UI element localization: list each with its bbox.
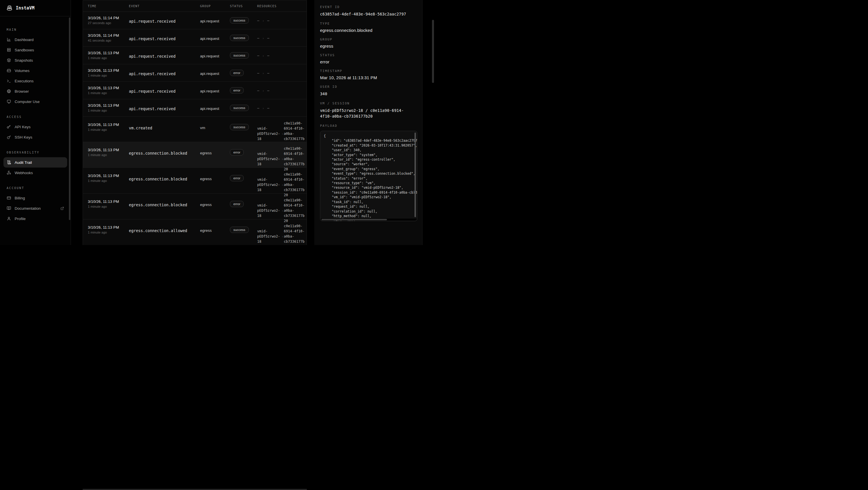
sidebar-item-api-keys[interactable]: API Keys	[3, 122, 67, 132]
chevron-right-icon: ›	[262, 54, 264, 57]
table-row[interactable]: 3/10/26, 11:13 PM1 minute agoegress.conn…	[83, 168, 307, 194]
sidebar-item-label: Executions	[14, 79, 34, 83]
sidebar-item-dashboard[interactable]: Dashboard	[3, 34, 67, 45]
group-cell: api.request	[200, 106, 219, 111]
sidebar-item-sandboxes[interactable]: Sandboxes	[3, 45, 67, 55]
resources-cell: –›–	[257, 36, 306, 40]
relative-time: 1 minute ago	[88, 128, 119, 131]
status-cell: error	[230, 175, 244, 181]
time-cell: 3/10/26, 11:13 PM1 minute ago	[88, 103, 119, 112]
table-row[interactable]: 3/10/26, 11:14 PM41 seconds agoapi.reque…	[83, 29, 307, 47]
group-cell: vm	[200, 126, 205, 130]
sidebar-scrollbar[interactable]	[69, 18, 70, 220]
resource-vm-id[interactable]: vmid-pEDf5zrwo2-18	[257, 126, 281, 141]
table-row[interactable]: 3/10/26, 11:13 PM1 minute agoegress.conn…	[83, 194, 307, 220]
column-header-time: TIME	[88, 4, 96, 8]
chevron-right-icon: ›	[281, 132, 284, 135]
sidebar-item-label: Snapshots	[14, 58, 33, 63]
time-cell: 3/10/26, 11:14 PM27 seconds ago	[88, 16, 119, 25]
empty-dash: –	[267, 53, 269, 58]
nav-section-observability: OBSERVABILITYAudit TrailWebhooks	[3, 151, 67, 178]
group-cell: egress	[200, 228, 212, 233]
sidebar-item-label: Volumes	[14, 69, 30, 73]
table-body: 3/10/26, 11:14 PM27 seconds agoapi.reque…	[83, 12, 307, 245]
relative-time: 1 minute ago	[88, 109, 119, 112]
server-icon	[7, 47, 11, 52]
sidebar-item-label: Browser	[14, 89, 29, 94]
resource-vm-id[interactable]: vmid-pEDf5zrwo2-18	[257, 177, 281, 193]
key-icon	[7, 125, 11, 129]
payload-horizontal-scrollbar[interactable]	[321, 219, 387, 220]
sidebar-item-profile[interactable]: Profile	[3, 214, 67, 224]
table-row[interactable]: 3/10/26, 11:13 PM1 minute agoapi.request…	[83, 47, 307, 64]
status-badge: error	[230, 149, 244, 156]
field-label: GROUP	[320, 38, 418, 41]
event-timestamp: 3/10/26, 11:13 PM	[88, 68, 119, 73]
status-badge: success	[230, 105, 249, 111]
table-row[interactable]: 3/10/26, 11:13 PM1 minute agoegress.conn…	[83, 142, 307, 168]
resource-session-id[interactable]: c0e11a90-6914-4f10-a0ba-cb7336177b20	[284, 224, 306, 245]
empty-dash: –	[267, 71, 269, 75]
sidebar-item-computer-use[interactable]: Computer Use	[3, 96, 67, 107]
relative-time: 1 minute ago	[88, 56, 119, 60]
resource-vm-id[interactable]: vmid-pEDf5zrwo2-18	[257, 229, 281, 244]
table-row[interactable]: 3/10/26, 11:14 PM27 seconds agoapi.reque…	[83, 12, 307, 29]
table-row[interactable]: 3/10/26, 11:13 PM1 minute agoegress.conn…	[83, 220, 307, 245]
event-type-cell: api.request.received	[129, 106, 176, 111]
group-cell: egress	[200, 202, 212, 207]
sidebar-item-ssh-keys[interactable]: SSH Keys	[3, 132, 67, 142]
status-badge: success	[230, 17, 249, 24]
status-cell: error	[230, 70, 244, 76]
sidebar-item-label: Billing	[14, 196, 25, 200]
column-header-resources: RESOURCES	[257, 4, 277, 8]
field-value: vmid-pEDf5zrwo2-18 / c0e11a90-6914-4f10-…	[320, 107, 413, 119]
detail-field-status: STATUSerror	[320, 53, 418, 64]
event-type-cell: api.request.received	[129, 19, 176, 24]
table-row[interactable]: 3/10/26, 11:13 PM1 minute agoapi.request…	[83, 99, 307, 117]
window-scrollbar[interactable]	[432, 20, 434, 83]
resources-cell: –›–	[257, 106, 306, 110]
time-cell: 3/10/26, 11:13 PM1 minute ago	[88, 86, 119, 95]
sidebar-item-volumes[interactable]: Volumes	[3, 65, 67, 76]
sidebar-item-documentation[interactable]: Documentation	[3, 203, 67, 214]
payload-vertical-scrollbar[interactable]	[414, 133, 416, 217]
sidebar-item-billing[interactable]: Billing	[3, 193, 67, 203]
event-type-cell: api.request.received	[129, 54, 176, 59]
status-cell: success	[230, 35, 249, 41]
chevron-right-icon: ›	[262, 36, 264, 40]
empty-dash: –	[257, 106, 259, 110]
empty-dash: –	[267, 88, 269, 93]
event-timestamp: 3/10/26, 11:13 PM	[88, 225, 119, 229]
group-cell: api.request	[200, 36, 219, 41]
sidebar-item-label: Dashboard	[14, 38, 34, 42]
resource-vm-id[interactable]: vmid-pEDf5zrwo2-18	[257, 151, 281, 167]
event-type-cell: api.request.received	[129, 89, 176, 94]
sidebar: InstaVM MAINDashboardSandboxesSnapshotsV…	[0, 0, 71, 245]
status-cell: success	[230, 105, 249, 111]
event-type-cell: egress.connection.blocked	[129, 151, 187, 156]
table-row[interactable]: 3/10/26, 11:13 PM1 minute agoapi.request…	[83, 64, 307, 82]
detail-field-vm-session: VM / SESSIONvmid-pEDf5zrwo2-18 / c0e11a9…	[320, 102, 418, 119]
terminal-icon	[7, 78, 11, 83]
field-value: error	[320, 59, 418, 64]
sidebar-item-executions[interactable]: Executions	[3, 76, 67, 86]
field-label: STATUS	[320, 53, 418, 57]
status-cell: success	[230, 227, 249, 233]
resource-vm-id[interactable]: vmid-pEDf5zrwo2-18	[257, 203, 281, 218]
logo[interactable]: InstaVM	[0, 0, 71, 17]
sidebar-item-webhooks[interactable]: Webhooks	[3, 167, 67, 178]
window-scrollbar-gutter	[422, 0, 434, 245]
app-name: InstaVM	[16, 5, 34, 11]
empty-dash: –	[267, 36, 269, 40]
status-badge: success	[230, 124, 249, 130]
table-row[interactable]: 3/10/26, 11:13 PM1 minute agoapi.request…	[83, 82, 307, 99]
event-type-cell: egress.connection.blocked	[129, 202, 187, 207]
sidebar-item-snapshots[interactable]: Snapshots	[3, 55, 67, 65]
table-row[interactable]: 3/10/26, 11:13 PM1 minute agovm.createdv…	[83, 117, 307, 142]
sidebar-item-audit-trail[interactable]: Audit Trail	[3, 157, 67, 167]
sidebar-item-browser[interactable]: Browser	[3, 86, 67, 96]
event-timestamp: 3/10/26, 11:13 PM	[88, 51, 119, 55]
field-label: TYPE	[320, 22, 418, 26]
audit-table: TIME EVENT GROUP STATUS RESOURCES 3/10/2…	[83, 0, 307, 245]
event-timestamp: 3/10/26, 11:14 PM	[88, 33, 119, 38]
